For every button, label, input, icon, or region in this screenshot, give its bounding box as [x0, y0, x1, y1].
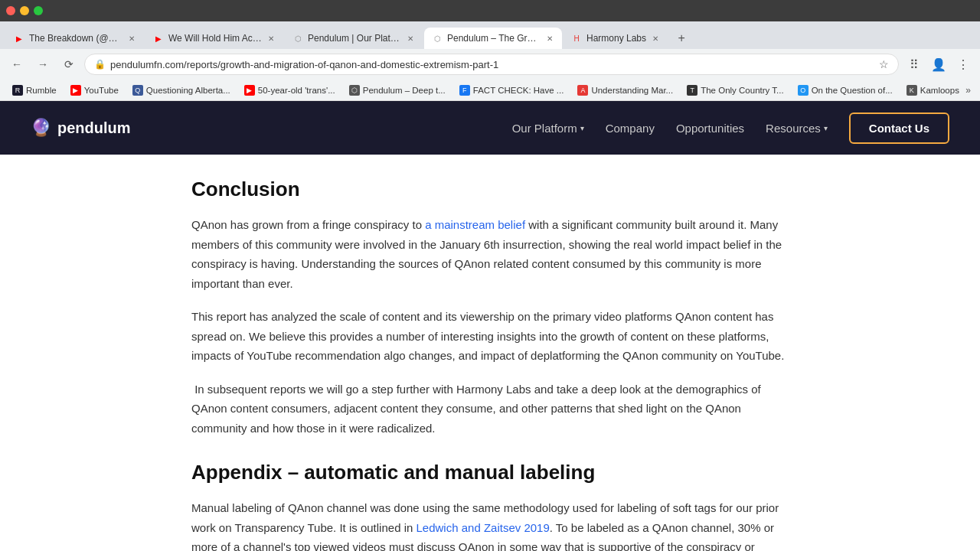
browser-tab-tab3[interactable]: ⬡ Pendulum | Our Platform ✕ [285, 28, 423, 49]
menu-icon[interactable]: ⋮ [952, 54, 974, 75]
appendix-title: Appendix – automatic and manual labeling [191, 461, 789, 484]
bookmark-favicon: A [577, 85, 588, 96]
bookmark-item-1[interactable]: ▶ YouTube [64, 83, 125, 97]
browser-toolbar-right: ⠿ 👤 ⋮ [903, 54, 974, 75]
bookmark-label: FACT CHECK: Have ... [473, 86, 564, 95]
bookmark-label: The Only Country T... [701, 86, 783, 95]
bookmark-favicon: O [798, 85, 808, 96]
tab-close-icon[interactable]: ✕ [266, 33, 276, 44]
bookmark-favicon: Q [132, 85, 143, 96]
bookmark-item-6[interactable]: A Understanding Mar... [571, 83, 679, 97]
window-controls [6, 6, 43, 15]
bookmark-favicon: T [687, 85, 697, 96]
tab-title: We Will Hold Him Accountabl... [168, 33, 262, 44]
tab-favicon: H [571, 33, 582, 44]
bookmark-item-2[interactable]: Q Questioning Alberta... [126, 83, 237, 97]
ledwich-zaitsev-link[interactable]: Ledwich and Zaitsev 2019 [416, 521, 550, 534]
nav-resources[interactable]: Resources ▾ [766, 122, 828, 135]
chevron-down-icon: ▾ [580, 124, 584, 132]
tab-close-icon[interactable]: ✕ [127, 33, 136, 44]
address-bar[interactable]: 🔒 pendulumfn.com/reports/growth-and-migr… [84, 54, 899, 75]
minimize-button[interactable] [20, 6, 29, 15]
bookmark-label: On the Question of... [812, 86, 893, 95]
tab-title: The Breakdown (@TheBreakdo... [29, 33, 122, 44]
bookmark-item-8[interactable]: O On the Question of... [792, 83, 899, 97]
conclusion-paragraph-1: QAnon has grown from a fringe conspiracy… [191, 215, 789, 293]
mainstream-belief-link[interactable]: a mainstream belief [425, 218, 525, 231]
nav-company[interactable]: Company [606, 122, 655, 135]
tab-title: Pendulum – The Growth and M... [447, 33, 541, 44]
logo-icon: 🔮 [31, 118, 51, 138]
bookmark-label: 50-year-old 'trans'... [258, 86, 335, 95]
close-button[interactable] [6, 6, 15, 15]
bookmark-favicon: F [459, 85, 470, 96]
browser-titlebar [0, 0, 980, 21]
tab-favicon: ▶ [153, 33, 164, 44]
site-logo[interactable]: 🔮 pendulum [31, 118, 131, 138]
appendix-paragraph-1: Manual labeling of QAnon channel was don… [191, 498, 789, 551]
conclusion-paragraph-2: This report has analyzed the scale of co… [191, 307, 789, 366]
bookmark-label: Kamloops mass gra... [920, 86, 962, 95]
bookmarks-bar: R Rumble ▶ YouTube Q Questioning Alberta… [0, 80, 980, 101]
bookmark-item-9[interactable]: K Kamloops mass gra... [900, 83, 962, 97]
chevron-down-icon-resources: ▾ [824, 124, 828, 132]
bookmark-favicon: ▶ [70, 85, 81, 96]
conclusion-paragraph-3: In subsequent reports we will go a step … [191, 380, 789, 439]
back-button[interactable]: ← [6, 54, 28, 75]
bookmark-item-5[interactable]: F FACT CHECK: Have ... [453, 83, 570, 97]
tab-favicon: ⬡ [292, 33, 303, 44]
grid-icon[interactable]: ⠿ [903, 54, 925, 75]
bookmarks-more-button[interactable]: » [962, 83, 974, 97]
forward-button[interactable]: → [32, 54, 54, 75]
bookmark-item-7[interactable]: T The Only Country T... [681, 83, 789, 97]
tabs-bar: ▶ The Breakdown (@TheBreakdo... ✕ ▶ We W… [0, 21, 980, 49]
article-content: Conclusion QAnon has grown from a fringe… [69, 155, 911, 551]
tab-favicon: ▶ [14, 33, 24, 44]
bookmark-favicon: K [906, 85, 917, 96]
navigation-bar: ← → ⟳ 🔒 pendulumfn.com/reports/growth-an… [0, 49, 980, 80]
profile-icon[interactable]: 👤 [928, 54, 949, 75]
page-content: 🔮 pendulum Our Platform ▾ Company Opport… [0, 101, 980, 551]
tab-close-icon[interactable]: ✕ [406, 33, 415, 44]
site-navigation: 🔮 pendulum Our Platform ▾ Company Opport… [0, 101, 980, 155]
bookmark-favicon: R [12, 85, 23, 96]
lock-icon: 🔒 [94, 59, 106, 70]
bookmark-favicon: ⬡ [349, 85, 360, 96]
reload-button[interactable]: ⟳ [58, 54, 80, 75]
tab-close-icon[interactable]: ✕ [651, 33, 660, 44]
logo-text: pendulum [57, 119, 131, 137]
bookmark-label: Pendulum – Deep t... [363, 86, 446, 95]
tab-favicon: ⬡ [432, 33, 443, 44]
tab-title: Harmony Labs [586, 33, 646, 44]
url-text: pendulumfn.com/reports/growth-and-migrat… [110, 59, 874, 70]
bookmark-item-3[interactable]: ▶ 50-year-old 'trans'... [238, 83, 341, 97]
new-tab-button[interactable]: + [671, 28, 692, 49]
maximize-button[interactable] [34, 6, 43, 15]
contact-us-button[interactable]: Contact Us [849, 112, 949, 144]
browser-tab-tab5[interactable]: H Harmony Labs ✕ [564, 28, 668, 49]
tab-close-icon[interactable]: ✕ [545, 33, 554, 44]
site-nav-links: Our Platform ▾ Company Opportunities Res… [512, 112, 949, 144]
browser-window: ▶ The Breakdown (@TheBreakdo... ✕ ▶ We W… [0, 0, 980, 551]
tab-title: Pendulum | Our Platform [308, 33, 401, 44]
browser-tab-tab2[interactable]: ▶ We Will Hold Him Accountabl... ✕ [145, 28, 283, 49]
bookmark-item-4[interactable]: ⬡ Pendulum – Deep t... [343, 83, 452, 97]
bookmark-star-icon[interactable]: ☆ [879, 58, 889, 70]
bookmark-label: Rumble [26, 86, 57, 95]
nav-our-platform[interactable]: Our Platform ▾ [512, 122, 584, 135]
bookmark-label: YouTube [84, 86, 119, 95]
bookmark-favicon: ▶ [244, 85, 255, 96]
conclusion-title: Conclusion [191, 178, 789, 201]
nav-opportunities[interactable]: Opportunities [676, 122, 744, 135]
browser-tab-tab4[interactable]: ⬡ Pendulum – The Growth and M... ✕ [424, 28, 562, 49]
bookmark-label: Understanding Mar... [591, 86, 673, 95]
browser-tab-tab1[interactable]: ▶ The Breakdown (@TheBreakdo... ✕ [6, 28, 144, 49]
bookmark-item-0[interactable]: R Rumble [6, 83, 63, 97]
bookmark-label: Questioning Alberta... [146, 86, 230, 95]
